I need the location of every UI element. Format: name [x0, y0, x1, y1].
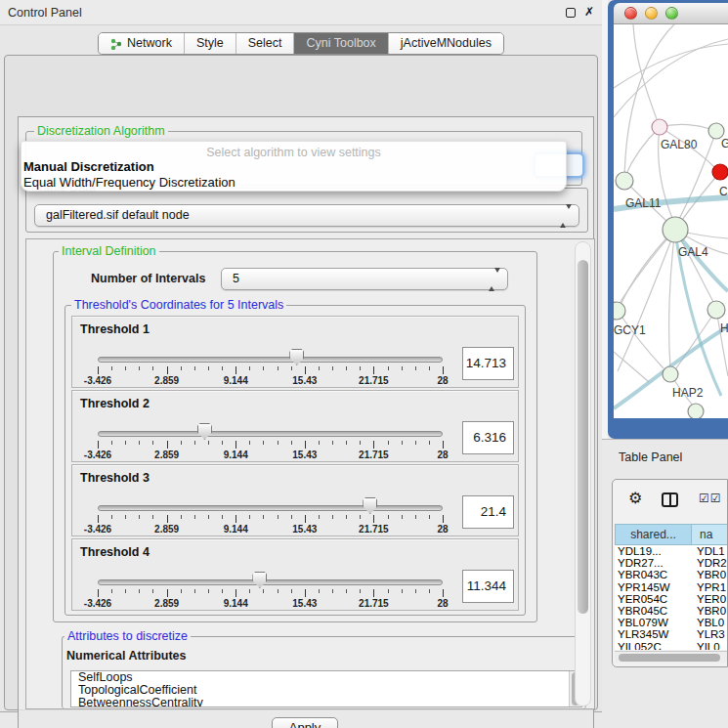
- settings-scrollbar-thumb[interactable]: [578, 260, 588, 614]
- network-icon: [110, 38, 122, 50]
- checkboxes-icon[interactable]: ☑☑: [699, 492, 722, 505]
- algorithm-option-equal-width[interactable]: Equal Width/Frequency Discretization: [23, 175, 566, 191]
- slider-tick: [167, 441, 168, 449]
- slider-tick: [319, 589, 320, 593]
- tab-network[interactable]: Network: [99, 33, 185, 54]
- slider-tick: [194, 366, 195, 370]
- threshold-value-field[interactable]: 21.4: [462, 495, 514, 529]
- threshold-label: Threshold 1: [80, 322, 150, 336]
- table-cell: YDR27...: [615, 557, 692, 569]
- node-bottom[interactable]: [688, 404, 704, 418]
- table-cell: YLR3: [692, 628, 728, 640]
- close-traffic-light-icon[interactable]: [624, 7, 637, 20]
- table-hscroll-thumb[interactable]: [619, 654, 720, 662]
- tab-cyni-toolbox[interactable]: Cyni Toolbox: [294, 33, 388, 54]
- table-row[interactable]: YLR345WYLR3: [615, 628, 728, 640]
- slider-tick: [373, 589, 374, 597]
- slider-track[interactable]: [98, 579, 443, 585]
- table-horizontal-scrollbar[interactable]: [615, 651, 728, 663]
- table-row[interactable]: YER054CYER0: [615, 593, 728, 605]
- slider-thumb[interactable]: [289, 349, 304, 365]
- slider-tick: [152, 589, 153, 593]
- tab-select[interactable]: Select: [236, 33, 295, 54]
- slider-tick: [278, 366, 278, 370]
- node-gcy1[interactable]: [614, 302, 625, 320]
- zoom-traffic-light-icon[interactable]: [665, 7, 678, 20]
- table-cell: YIL052C: [615, 641, 692, 651]
- settings-vertical-scrollbar[interactable]: [575, 241, 591, 707]
- number-of-intervals-value: 5: [233, 269, 239, 289]
- slider-track[interactable]: [98, 505, 443, 511]
- column-header-shared[interactable]: shared...: [615, 524, 692, 545]
- slider-track[interactable]: [98, 357, 443, 363]
- slider-track[interactable]: [98, 431, 443, 437]
- slider-tick: [181, 515, 182, 519]
- slider-tick: [332, 441, 333, 445]
- algorithm-prompt: Select algorithm to view settings: [21, 146, 566, 159]
- slider-tick: [249, 515, 250, 519]
- threshold-value-field[interactable]: 11.344: [462, 570, 514, 603]
- number-of-intervals-label: Number of Intervals: [91, 272, 205, 285]
- table-cell: YPR1: [692, 581, 728, 593]
- threshold-value-field[interactable]: 14.713: [462, 347, 514, 380]
- slider-tick: [346, 515, 347, 519]
- gear-icon[interactable]: ⚙: [628, 489, 642, 507]
- threshold-row: Threshold 3-3.4262.8599.14415.4321.71528…: [71, 464, 519, 536]
- tab-jactivemnodules[interactable]: jActiveMNodules: [389, 33, 503, 54]
- minimize-traffic-light-icon[interactable]: [645, 7, 658, 20]
- node-gal80[interactable]: [652, 119, 667, 135]
- network-canvas[interactable]: GAL80 GA C GAL11 GAL4 GCY1 H HAP2: [614, 24, 728, 418]
- slider-tick: [139, 515, 140, 519]
- slider-tick: [319, 366, 320, 370]
- threshold-row: Threshold 1-3.4262.8599.14415.4321.71528…: [71, 316, 519, 388]
- slider-tick: [167, 589, 168, 597]
- slider-tick: [291, 589, 292, 593]
- slider-tick: [373, 515, 374, 523]
- float-window-icon[interactable]: [566, 8, 576, 18]
- slider-tick-label: 15.43: [292, 524, 317, 535]
- column-header-name[interactable]: na: [692, 524, 728, 545]
- slider-tick: [194, 515, 195, 519]
- columns-icon[interactable]: [662, 492, 678, 507]
- slider-tick: [402, 515, 403, 519]
- node-selected-red[interactable]: [712, 164, 728, 180]
- tab-label: Select: [248, 33, 282, 54]
- slider-thumb[interactable]: [252, 572, 267, 588]
- table-row[interactable]: YBL079WYBL0: [615, 617, 728, 628]
- slider-thumb[interactable]: [197, 423, 212, 440]
- thresholds-group: Threshold's Coordinates for 5 Intervals …: [64, 305, 526, 616]
- slider-tick: [152, 515, 153, 519]
- threshold-value-field[interactable]: 6.316: [462, 421, 514, 454]
- threshold-label: Threshold 3: [80, 471, 150, 485]
- slider-tick: [236, 366, 236, 374]
- table-row[interactable]: YDL19...YDL1: [615, 545, 728, 557]
- table-row[interactable]: YPR145WYPR1: [615, 581, 728, 593]
- table-row[interactable]: YBR043CYBR0: [615, 569, 728, 580]
- node-gal4[interactable]: [663, 217, 688, 242]
- slider-tick-label: -3.426: [84, 598, 111, 609]
- slider-tick: [194, 441, 195, 445]
- node-h[interactable]: [707, 301, 725, 319]
- table-cell: YDR2: [692, 557, 728, 569]
- number-of-intervals-combobox[interactable]: 5: [221, 268, 508, 290]
- node-gal11[interactable]: [616, 172, 633, 190]
- slider-tick: [111, 441, 112, 445]
- slider-thumb[interactable]: [363, 497, 377, 514]
- slider-tick: [291, 366, 292, 370]
- table-row[interactable]: YBR045CYBR0: [615, 605, 728, 617]
- slider-tick: [98, 441, 99, 449]
- table-rows[interactable]: YDL19...YDL1YDR27...YDR2YBR043CYBR0YPR14…: [615, 545, 728, 650]
- slider-tick: [388, 589, 389, 593]
- close-icon[interactable]: ✗: [584, 5, 594, 19]
- tab-style[interactable]: Style: [185, 33, 236, 54]
- node-hap2[interactable]: [663, 366, 678, 382]
- table-row[interactable]: YDR27...YDR2: [615, 557, 728, 569]
- slider-tick: [249, 589, 250, 593]
- table-row[interactable]: YIL052CYIL0: [615, 641, 728, 651]
- table-data-combobox[interactable]: galFiltered.sif default node: [34, 204, 579, 227]
- apply-button[interactable]: Apply: [272, 717, 338, 728]
- slider-tick-label: 15.43: [292, 598, 317, 609]
- algorithm-option-manual[interactable]: Manual Discretization: [23, 159, 566, 175]
- attribute-list-item[interactable]: BetweennessCentrality: [71, 697, 581, 707]
- numerical-attributes-list[interactable]: SelfLoopsTopologicalCoefficientBetweenne…: [70, 670, 582, 707]
